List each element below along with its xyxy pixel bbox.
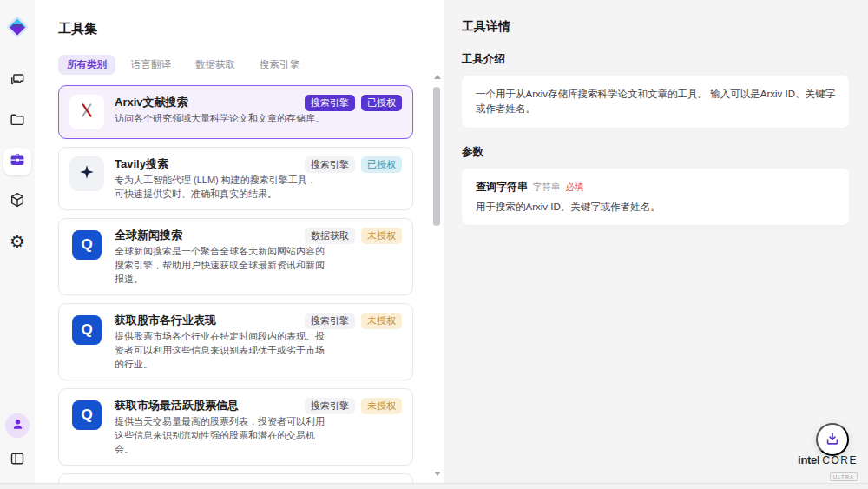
- app-window: ⚙ 工具集 所有类别语言翻译数据获取搜索引擎 Arxiv文献搜索 访问各个研究领…: [0, 0, 868, 489]
- tool-card-list: Arxiv文献搜索 访问各个研究领域大量科学论文和文章的存储库。 搜索引擎 已授…: [58, 85, 413, 483]
- toolbox-icon: [9, 151, 26, 172]
- brand-intel-text: intel: [798, 453, 819, 466]
- param-name: 查询字符串: [476, 180, 528, 195]
- q-news-icon: Q: [72, 315, 102, 345]
- tool-icon-tile: [69, 156, 104, 191]
- sidebar-item-user[interactable]: [5, 413, 30, 438]
- tool-name: Arxiv文献搜索: [115, 95, 325, 109]
- tool-description: 专为人工智能代理 (LLM) 构建的搜索引擎工具，可快速提供实时、准确和真实的结…: [115, 173, 325, 201]
- tab-3[interactable]: 搜索引擎: [251, 55, 308, 75]
- sidebar-item-layout[interactable]: [3, 446, 31, 474]
- tool-description: 提供股票市场各个行业在特定时间段内的表现。投资者可以利用这些信息来识别表现优于或…: [115, 329, 325, 371]
- auth-status-badge: 未授权: [361, 313, 402, 329]
- q-news-icon: Q: [72, 400, 102, 430]
- chat-icon: [9, 71, 26, 92]
- window-bottom-strip: [0, 483, 868, 489]
- tool-description: 访问各个研究领域大量科学论文和文章的存储库。: [115, 111, 325, 125]
- cube-icon: [9, 191, 26, 212]
- auth-status-badge: 已授权: [361, 95, 402, 111]
- tool-list-panel: 工具集 所有类别语言翻译数据获取搜索引擎 Arxiv文献搜索 访问各个研究领域大…: [35, 0, 444, 483]
- download-button[interactable]: [816, 423, 849, 456]
- tool-icon-tile: [69, 95, 104, 129]
- intel-core-logo: intel core ultra: [798, 453, 858, 482]
- category-badge: 搜索引擎: [305, 398, 355, 414]
- intro-text: 一个用于从Arxiv存储库搜索科学论文和文章的工具。 输入可以是Arxiv ID…: [476, 87, 835, 116]
- download-icon: [824, 430, 841, 450]
- q-news-icon: Q: [72, 230, 102, 260]
- sidebar-item-chat[interactable]: [3, 68, 31, 96]
- tool-card[interactable]: Arxiv文献搜索 访问各个研究领域大量科学论文和文章的存储库。 搜索引擎 已授…: [58, 85, 413, 139]
- parameter-item: 查询字符串 字符串 必填 用于搜索的Arxiv ID、关键字或作者姓名。: [476, 180, 835, 214]
- sidebar-item-gear[interactable]: ⚙: [3, 228, 31, 255]
- scrollbar-thumb[interactable]: [433, 87, 440, 226]
- sidebar-item-cube[interactable]: [3, 188, 31, 215]
- brand-ultra-badge: ultra: [830, 472, 858, 481]
- category-tabs: 所有类别语言翻译数据获取搜索引擎: [58, 55, 444, 75]
- arxiv-icon: [77, 101, 96, 123]
- category-badge: 搜索引擎: [305, 95, 355, 111]
- tool-card[interactable]: Tavily搜索 专为人工智能代理 (LLM) 构建的搜索引擎工具，可快速提供实…: [58, 147, 413, 210]
- param-required-flag: 必填: [566, 182, 584, 194]
- tool-card[interactable]: Q 获取市场最活跃股票信息 提供当天交易量最高的股票列表，投资者可以利用这些信息…: [58, 388, 413, 466]
- intro-heading: 工具介绍: [462, 52, 849, 67]
- tool-name: 全球新闻搜索: [115, 228, 325, 242]
- tool-name: 获取市场最活跃股票信息: [115, 398, 325, 413]
- tab-0[interactable]: 所有类别: [58, 55, 115, 75]
- tool-card[interactable]: Q 全球新闻搜索 全球新闻搜索是一个聚合全球各大新闻网站内容的搜索引擎，帮助用户…: [58, 218, 413, 295]
- folder-icon: [9, 111, 26, 132]
- intro-box: 一个用于从Arxiv存储库搜索科学论文和文章的工具。 输入可以是Arxiv ID…: [462, 76, 849, 128]
- tool-name: Tavily搜索: [115, 156, 325, 171]
- tab-1[interactable]: 语言翻译: [122, 55, 180, 75]
- category-badge: 搜索引擎: [305, 313, 355, 329]
- param-type: 字符串: [533, 182, 561, 194]
- layout-icon: [9, 450, 26, 471]
- star-icon: [78, 163, 95, 184]
- param-description: 用于搜索的Arxiv ID、关键字或作者姓名。: [476, 201, 835, 214]
- scroll-down-arrow-icon[interactable]: [434, 472, 441, 476]
- sidebar-item-toolbox[interactable]: [3, 148, 31, 175]
- gear-icon: ⚙: [10, 233, 25, 251]
- tool-card[interactable]: 万维地区新闻查询 查询具体行政区划内的新闻，快速了解各地新闻动 搜索引擎 未授权: [58, 473, 413, 483]
- params-heading: 参数: [462, 145, 849, 160]
- tool-name: 获取股市各行业表现: [115, 313, 325, 327]
- tool-description: 提供当天交易量最高的股票列表，投资者可以利用这些信息来识别流动性强的股票和潜在的…: [115, 414, 325, 456]
- sidebar-item-folder[interactable]: [3, 108, 31, 135]
- auth-status-badge: 已授权: [361, 156, 402, 173]
- detail-title: 工具详情: [462, 19, 849, 35]
- brand-core-text: core: [822, 454, 858, 466]
- auth-status-badge: 未授权: [361, 228, 402, 244]
- left-icon-rail: ⚙: [0, 0, 35, 483]
- category-badge: 数据获取: [305, 228, 355, 244]
- tool-description: 全球新闻搜索是一个聚合全球各大新闻网站内容的搜索引擎，帮助用户快速获取全球最新资…: [115, 244, 325, 286]
- tab-2[interactable]: 数据获取: [187, 55, 244, 75]
- page-title: 工具集: [58, 21, 444, 37]
- user-icon: [10, 417, 25, 435]
- gem-logo-icon: [4, 14, 30, 40]
- auth-status-badge: 未授权: [361, 398, 402, 414]
- category-badge: 搜索引擎: [305, 156, 355, 173]
- tool-detail-panel: 工具详情 工具介绍 一个用于从Arxiv存储库搜索科学论文和文章的工具。 输入可…: [444, 0, 868, 483]
- tool-card[interactable]: Q 获取股市各行业表现 提供股票市场各个行业在特定时间段内的表现。投资者可以利用…: [58, 303, 413, 380]
- list-scrollbar[interactable]: [433, 75, 441, 476]
- scroll-up-arrow-icon[interactable]: [434, 75, 441, 79]
- params-box: 查询字符串 字符串 必填 用于搜索的Arxiv ID、关键字或作者姓名。: [462, 169, 849, 225]
